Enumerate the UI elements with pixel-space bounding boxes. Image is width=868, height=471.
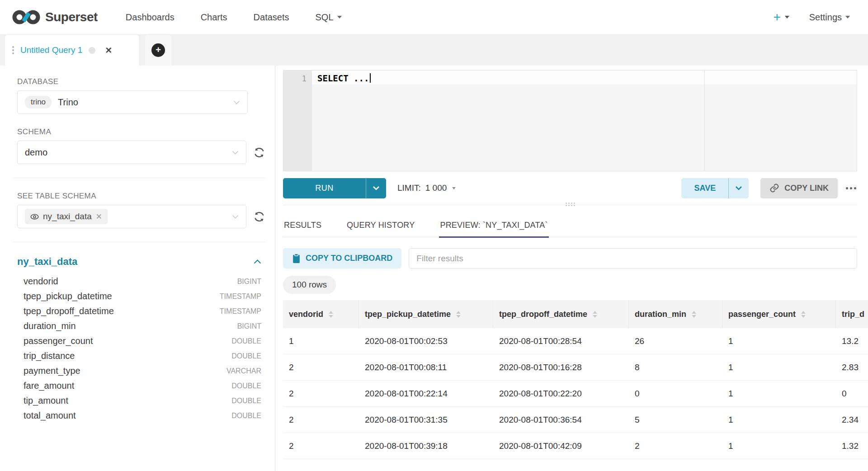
chevron-up-icon[interactable] — [254, 259, 261, 264]
navbar-right: + Settings — [773, 11, 850, 24]
chevron-down-icon — [232, 215, 239, 219]
column-row: tpep_pickup_datetimeTIMESTAMP — [17, 289, 261, 304]
remove-table-icon[interactable]: ✕ — [96, 212, 102, 221]
sql-editor[interactable]: 1 SELECT ... — [283, 70, 857, 171]
editor-print-margin — [704, 71, 705, 171]
resize-grip-icon[interactable] — [566, 203, 575, 211]
sidebar-divider — [13, 242, 266, 242]
limit-dropdown[interactable]: LIMIT: 1 000 — [397, 183, 456, 193]
new-item-menu-button[interactable]: + — [773, 11, 789, 24]
sql-lab-sidebar: DATABASE trino Trino SCHEMA demo — [0, 66, 275, 471]
sort-icon[interactable] — [456, 311, 461, 318]
editor-active-line: SELECT ... — [312, 71, 857, 85]
column-header[interactable]: tpep_pickup_datetime — [359, 300, 493, 328]
results-table-header: vendorid tpep_pickup_datetime tpep_dropo… — [283, 300, 868, 328]
row-count-badge: 100 rows — [283, 276, 336, 294]
copy-to-clipboard-button[interactable]: COPY TO CLIPBOARD — [283, 248, 401, 268]
editor-code-area[interactable]: SELECT ... — [312, 71, 857, 171]
settings-menu-button[interactable]: Settings — [809, 12, 850, 23]
table-row: 1 2020-08-01T00:02:53 2020-08-01T00:28:5… — [283, 328, 868, 354]
table-row: 2 2020-08-01T00:22:14 2020-08-01T00:22:2… — [283, 381, 868, 407]
copy-link-button[interactable]: COPY LINK — [760, 178, 838, 198]
editor-toolbar: RUN LIMIT: 1 000 SAVE — [283, 171, 857, 205]
new-query-tab-button[interactable]: + — [145, 35, 171, 66]
database-engine-badge: trino — [25, 96, 52, 108]
link-icon — [769, 183, 779, 193]
query-tab-bar: Untitled Query 1 × + — [0, 35, 868, 66]
database-select[interactable]: trino Trino — [17, 90, 248, 114]
run-query-button[interactable]: RUN — [283, 178, 386, 198]
top-navbar: Superset Dashboards Charts Datasets SQL … — [0, 0, 868, 35]
column-row: tip_amountDOUBLE — [17, 393, 261, 408]
chevron-down-icon — [735, 186, 742, 190]
caret-down-icon — [452, 187, 456, 189]
tab-preview-table[interactable]: PREVIEW: `NY_TAXI_DATA` — [439, 216, 548, 238]
column-row: duration_minBIGINT — [17, 319, 261, 334]
sort-icon[interactable] — [329, 311, 333, 318]
main-nav: Dashboards Charts Datasets SQL — [126, 12, 342, 23]
run-options-caret[interactable] — [366, 178, 386, 198]
column-row: total_amountDOUBLE — [17, 408, 261, 423]
query-tab-title[interactable]: Untitled Query 1 — [20, 45, 82, 55]
column-row: tpep_dropoff_datetimeTIMESTAMP — [17, 304, 261, 319]
database-value: Trino — [58, 97, 78, 108]
selected-table-name: ny_taxi_data — [43, 212, 92, 221]
results-tab-bar: RESULTS QUERY HISTORY PREVIEW: `NY_TAXI_… — [283, 211, 857, 237]
column-row: payment_typeVARCHAR — [17, 363, 261, 378]
refresh-schema-icon[interactable] — [253, 146, 266, 159]
table-schema-title[interactable]: ny_taxi_data — [17, 256, 77, 268]
superset-sql-lab: Superset Dashboards Charts Datasets SQL … — [0, 0, 868, 471]
column-row: vendoridBIGINT — [17, 274, 261, 289]
more-options-button[interactable] — [845, 184, 857, 192]
brand-name: Superset — [45, 10, 98, 24]
results-table: vendorid tpep_pickup_datetime tpep_dropo… — [283, 300, 868, 459]
sort-icon[interactable] — [593, 311, 597, 318]
column-header[interactable]: passenger_count — [722, 300, 836, 328]
nav-charts[interactable]: Charts — [201, 12, 227, 23]
caret-down-icon — [845, 16, 850, 19]
nav-sql-menu[interactable]: SQL — [316, 12, 342, 23]
see-table-schema-label: SEE TABLE SCHEMA — [17, 192, 266, 201]
text-cursor — [370, 73, 371, 83]
table-row: 2 2020-08-01T00:31:35 2020-08-01T00:36:5… — [283, 407, 868, 433]
clipboard-icon — [292, 254, 301, 264]
schema-value: demo — [25, 147, 47, 158]
caret-down-icon — [337, 16, 342, 19]
eye-icon — [30, 214, 39, 220]
sort-icon[interactable] — [692, 311, 696, 318]
tab-results[interactable]: RESULTS — [283, 216, 322, 237]
nav-datasets[interactable]: Datasets — [254, 12, 289, 23]
sidebar-divider — [13, 178, 266, 178]
sql-workpane: 1 SELECT ... RUN LIMIT: 1 000 — [275, 66, 868, 471]
main-area: DATABASE trino Trino SCHEMA demo — [0, 66, 868, 471]
column-header[interactable]: trip_d — [836, 300, 868, 328]
column-header[interactable]: duration_min — [629, 300, 722, 328]
tab-query-history[interactable]: QUERY HISTORY — [346, 216, 415, 237]
column-row: fare_amountDOUBLE — [17, 378, 261, 393]
refresh-tables-icon[interactable] — [253, 210, 266, 223]
selected-table-pill: ny_taxi_data ✕ — [25, 209, 108, 224]
plus-icon: + — [151, 43, 165, 57]
table-columns-list: vendoridBIGINT tpep_pickup_datetimeTIMES… — [17, 274, 261, 423]
column-header[interactable]: tpep_dropoff_datetime — [493, 300, 629, 328]
superset-logo[interactable]: Superset — [12, 9, 98, 25]
editor-gutter: 1 — [283, 71, 312, 171]
table-schema-select[interactable]: ny_taxi_data ✕ — [17, 205, 246, 228]
sort-icon[interactable] — [801, 311, 806, 318]
nav-dashboards[interactable]: Dashboards — [126, 12, 175, 23]
table-row: 2 2020-08-01T00:39:18 2020-08-01T00:42:0… — [283, 433, 868, 459]
save-query-button[interactable]: SAVE — [681, 178, 749, 198]
query-tab-active[interactable]: Untitled Query 1 × — [5, 35, 139, 66]
schema-select[interactable]: demo — [17, 141, 246, 164]
column-header[interactable]: vendorid — [283, 300, 359, 328]
tab-drag-handle-icon[interactable] — [12, 46, 14, 54]
filter-results-input[interactable] — [409, 248, 857, 268]
save-options-caret[interactable] — [728, 178, 749, 198]
table-schema-header[interactable]: ny_taxi_data — [17, 256, 261, 268]
caret-down-icon — [785, 16, 789, 19]
pane-resize-divider — [283, 205, 857, 211]
database-label: DATABASE — [17, 77, 266, 86]
superset-logo-icon — [12, 9, 41, 25]
tab-status-dot — [89, 47, 95, 54]
tab-close-icon[interactable]: × — [105, 45, 112, 56]
